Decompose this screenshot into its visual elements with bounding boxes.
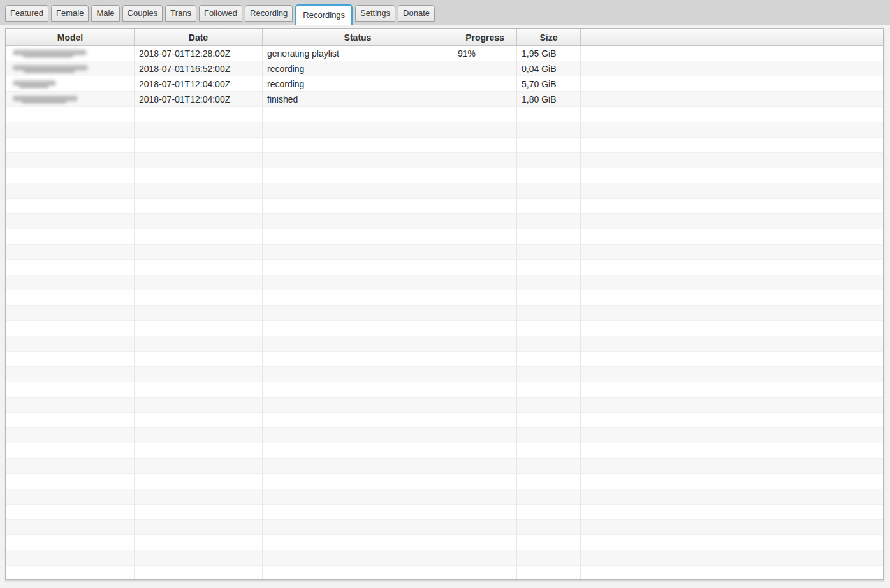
cell-date — [135, 367, 263, 382]
tab-bar: FeaturedFemaleMaleCouplesTransFollowedRe… — [0, 0, 890, 25]
cell-size: 0,04 GiB — [517, 61, 581, 76]
redacted-model-name — [13, 96, 78, 103]
tab-followed[interactable]: Followed — [199, 5, 242, 22]
recordings-table: ModelDateStatusProgressSize 2018-07-01T1… — [5, 28, 884, 580]
cell-model — [6, 413, 135, 428]
cell-size — [517, 306, 581, 321]
cell-spacer — [581, 550, 883, 566]
cell-model — [6, 183, 135, 199]
cell-date — [135, 459, 263, 474]
tab-female[interactable]: Female — [51, 5, 89, 22]
cell-model — [6, 382, 135, 398]
tab-settings[interactable]: Settings — [355, 5, 395, 22]
cell-date — [135, 550, 263, 566]
cell-model — [6, 92, 135, 107]
column-header-spacer[interactable] — [581, 29, 883, 45]
cell-date — [135, 321, 263, 336]
cell-size — [517, 505, 581, 520]
cell-progress — [453, 505, 517, 520]
recordings-grid: ModelDateStatusProgressSize 2018-07-01T1… — [6, 29, 883, 579]
cell-model — [6, 306, 135, 321]
cell-status — [263, 245, 453, 260]
cell-status — [263, 122, 453, 138]
recording-row[interactable]: 2018-07-01T12:04:00Zfinished1,80 GiB — [6, 92, 883, 107]
tab-recordings[interactable]: Recordings — [295, 4, 353, 25]
cell-status — [263, 443, 453, 459]
cell-model — [6, 535, 135, 550]
cell-spacer — [581, 474, 883, 489]
cell-date — [135, 122, 263, 138]
cell-status: finished — [263, 92, 453, 107]
cell-model — [6, 229, 135, 245]
cell-status — [263, 290, 453, 306]
empty-row — [6, 413, 883, 428]
cell-progress — [453, 92, 517, 107]
cell-model — [6, 245, 135, 260]
cell-date — [135, 336, 263, 352]
cell-progress — [453, 566, 517, 579]
cell-model — [6, 550, 135, 566]
cell-status — [263, 336, 453, 352]
cell-size — [517, 474, 581, 489]
recording-row[interactable]: 2018-07-01T16:52:00Zrecording0,04 GiB — [6, 61, 883, 76]
cell-date — [135, 443, 263, 459]
cell-size — [517, 382, 581, 398]
cell-size — [517, 183, 581, 199]
cell-size — [517, 459, 581, 474]
cell-model — [6, 321, 135, 336]
column-header-progress[interactable]: Progress — [453, 29, 517, 45]
cell-progress — [453, 260, 517, 275]
cell-date: 2018-07-01T12:04:00Z — [135, 76, 263, 92]
cell-size — [517, 413, 581, 428]
cell-spacer — [581, 138, 883, 153]
cell-model — [6, 505, 135, 520]
cell-progress — [453, 306, 517, 321]
cell-date: 2018-07-01T12:04:00Z — [135, 92, 263, 107]
cell-status — [263, 413, 453, 428]
empty-row — [6, 550, 883, 566]
cell-size — [517, 168, 581, 183]
recording-row[interactable]: 2018-07-01T12:04:00Zrecording5,70 GiB — [6, 76, 883, 92]
cell-spacer — [581, 352, 883, 367]
cell-size — [517, 550, 581, 566]
empty-row — [6, 520, 883, 535]
column-header-date[interactable]: Date — [135, 29, 263, 45]
cell-status — [263, 107, 453, 122]
cell-model — [6, 275, 135, 290]
tab-recording[interactable]: Recording — [245, 5, 293, 22]
cell-spacer — [581, 443, 883, 459]
tab-featured[interactable]: Featured — [5, 5, 48, 22]
redacted-model-name — [13, 65, 88, 73]
cell-size — [517, 107, 581, 122]
empty-row — [6, 443, 883, 459]
cell-status — [263, 229, 453, 245]
cell-date — [135, 398, 263, 413]
empty-row — [6, 505, 883, 520]
cell-model — [6, 398, 135, 413]
empty-row — [6, 107, 883, 122]
empty-row — [6, 321, 883, 336]
cell-date — [135, 138, 263, 153]
cell-spacer — [581, 245, 883, 260]
cell-model — [6, 367, 135, 382]
cell-progress — [453, 443, 517, 459]
cell-spacer — [581, 122, 883, 138]
column-header-size[interactable]: Size — [517, 29, 581, 45]
cell-date — [135, 352, 263, 367]
cell-progress — [453, 168, 517, 183]
cell-spacer — [581, 382, 883, 398]
tab-couples[interactable]: Couples — [122, 5, 163, 22]
tab-male[interactable]: Male — [91, 5, 119, 22]
tab-donate[interactable]: Donate — [398, 5, 435, 22]
cell-model — [6, 566, 135, 579]
recording-row[interactable]: 2018-07-01T12:28:00Zgenerating playlist9… — [6, 46, 883, 61]
column-header-status[interactable]: Status — [263, 29, 453, 45]
cell-spacer — [581, 260, 883, 275]
cell-model — [6, 428, 135, 443]
cell-date — [135, 214, 263, 229]
column-header-model[interactable]: Model — [6, 29, 135, 45]
empty-row — [6, 535, 883, 550]
cell-spacer — [581, 168, 883, 183]
cell-progress — [453, 459, 517, 474]
tab-trans[interactable]: Trans — [165, 5, 196, 22]
